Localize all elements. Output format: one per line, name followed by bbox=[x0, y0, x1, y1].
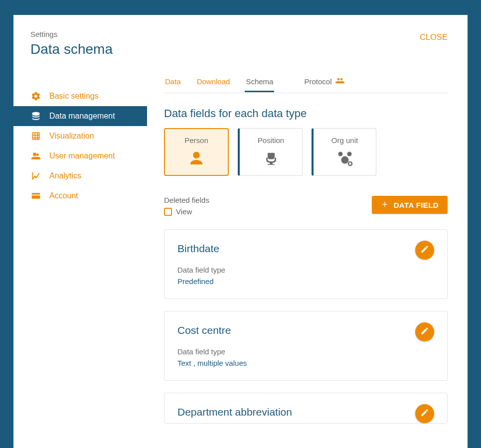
chair-icon bbox=[261, 149, 281, 168]
edit-field-button[interactable] bbox=[415, 322, 434, 341]
svg-point-0 bbox=[338, 151, 342, 156]
sidebar-item-basic-settings[interactable]: Basic settings bbox=[13, 86, 147, 106]
data-field-name: Cost centre bbox=[177, 324, 434, 336]
add-data-field-button[interactable]: DATA FIELD bbox=[372, 196, 448, 214]
group-icon bbox=[335, 76, 344, 87]
chart-icon bbox=[30, 170, 41, 181]
sidebar: Basic settings Data management Visualiza… bbox=[13, 69, 147, 424]
pencil-icon bbox=[420, 326, 429, 337]
type-card-label: Org unit bbox=[331, 136, 358, 145]
deleted-fields-label: Deleted fields bbox=[164, 196, 209, 204]
sidebar-item-account[interactable]: Account bbox=[13, 186, 147, 206]
type-card-label: Person bbox=[184, 136, 208, 145]
type-card-person[interactable]: Person bbox=[164, 128, 229, 176]
tabbar: Data Download Schema Protocol bbox=[164, 70, 448, 93]
sidebar-item-data-management[interactable]: Data management bbox=[13, 106, 147, 126]
sidebar-item-label: Analytics bbox=[49, 171, 81, 180]
sidebar-item-analytics[interactable]: Analytics bbox=[13, 166, 147, 186]
close-button[interactable]: CLOSE bbox=[420, 33, 448, 42]
svg-point-1 bbox=[347, 151, 351, 156]
tab-schema[interactable]: Schema bbox=[245, 71, 274, 92]
plus-icon bbox=[381, 200, 389, 210]
view-deleted-label: View bbox=[176, 207, 192, 216]
data-field-type-value: Predefined bbox=[177, 277, 434, 286]
pencil-icon bbox=[420, 245, 429, 255]
add-data-field-label: DATA FIELD bbox=[394, 201, 439, 209]
sidebar-item-label: Visualization bbox=[49, 132, 94, 141]
page-title: Data schema bbox=[30, 41, 113, 57]
svg-point-2 bbox=[341, 156, 348, 163]
type-card-position[interactable]: Position bbox=[238, 128, 303, 176]
card-icon bbox=[30, 190, 41, 201]
pencil-icon bbox=[420, 408, 429, 419]
grid-icon bbox=[30, 131, 41, 142]
sidebar-item-label: User management bbox=[49, 151, 115, 160]
sidebar-item-visualization[interactable]: Visualization bbox=[13, 126, 147, 146]
person-icon bbox=[186, 149, 206, 168]
tab-protocol: Protocol bbox=[303, 70, 345, 93]
data-field-type-label: Data field type bbox=[177, 347, 434, 356]
type-card-orgunit[interactable]: Org unit bbox=[312, 128, 376, 176]
tab-data[interactable]: Data bbox=[164, 71, 182, 92]
gear-icon bbox=[30, 91, 41, 102]
data-field-name: Birthdate bbox=[177, 243, 434, 255]
orgunit-icon bbox=[335, 149, 355, 168]
users-icon bbox=[30, 150, 41, 161]
sidebar-item-label: Data management bbox=[49, 112, 115, 121]
data-field-card: Birthdate Data field type Predefined bbox=[164, 229, 448, 299]
sidebar-item-label: Account bbox=[49, 191, 78, 200]
checkbox-icon bbox=[164, 208, 172, 216]
tab-download[interactable]: Download bbox=[196, 71, 231, 92]
edit-field-button[interactable] bbox=[415, 404, 434, 423]
data-field-name: Department abbreviation bbox=[177, 406, 434, 418]
data-field-card: Cost centre Data field type Text , multi… bbox=[164, 311, 448, 381]
svg-point-3 bbox=[348, 161, 351, 165]
data-field-type-label: Data field type bbox=[177, 266, 434, 274]
database-icon bbox=[30, 111, 41, 122]
type-card-label: Position bbox=[258, 136, 284, 145]
view-deleted-checkbox[interactable]: View bbox=[164, 207, 192, 216]
edit-field-button[interactable] bbox=[415, 241, 434, 260]
section-title: Data fields for each data type bbox=[164, 107, 448, 120]
breadcrumb: Settings bbox=[30, 30, 113, 38]
sidebar-item-label: Basic settings bbox=[49, 92, 99, 101]
tab-protocol-label: Protocol bbox=[304, 77, 331, 86]
data-field-type-value: Text , multiple values bbox=[177, 359, 434, 367]
data-field-card: Department abbreviation bbox=[164, 393, 448, 424]
sidebar-item-user-management[interactable]: User management bbox=[13, 146, 147, 166]
